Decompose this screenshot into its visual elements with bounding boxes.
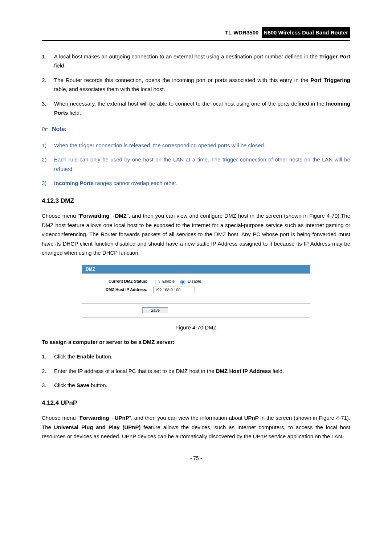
figure-caption: Figure 4-70 DMZ xyxy=(82,323,310,332)
intro-list: 1. A local host makes an outgoing connec… xyxy=(42,52,350,118)
note-text: When the trigger connection is released,… xyxy=(54,141,350,150)
upnp-paragraph: Choose menu "Forwarding→UPnP", and then … xyxy=(42,413,350,441)
list-number: 3. xyxy=(42,99,54,118)
list-text: When necessary, the external host will b… xyxy=(54,99,350,118)
step-text: Click the Save button. xyxy=(54,381,350,390)
list-number: 1) xyxy=(42,141,54,150)
step-text: Enter the IP address of a local PC that … xyxy=(54,366,350,376)
note-label: Note: xyxy=(52,124,67,134)
list-number: 3) xyxy=(42,178,54,188)
note-list: 1) When the trigger connection is releas… xyxy=(42,141,350,188)
dmz-ip-label: DMZ Host IP Address: xyxy=(93,287,153,292)
note-text: Incoming Ports ranges cannot overlap eac… xyxy=(54,178,350,188)
list-text: A local host makes an outgoing connectio… xyxy=(54,52,350,70)
list-text: The Router records this connection, open… xyxy=(54,75,350,94)
panel-title: DMZ xyxy=(82,265,310,274)
list-number: 3. xyxy=(42,381,54,390)
dmz-paragraph: Choose menu "Forwarding→DMZ", and then y… xyxy=(42,211,350,258)
list-number: 1. xyxy=(42,52,54,70)
divider xyxy=(82,303,310,304)
dmz-enable-radio[interactable] xyxy=(155,280,160,284)
list-number: 2. xyxy=(42,75,54,94)
page-number: - 75 - xyxy=(42,454,350,463)
dmz-disable-radio[interactable] xyxy=(180,280,185,284)
page-header: TL-WDR3500 N600 Wireless Dual Band Route… xyxy=(42,27,350,41)
section-heading-dmz: 4.12.3 DMZ xyxy=(42,196,350,206)
dmz-ip-input[interactable] xyxy=(153,287,195,293)
step-text: Click the Enable button. xyxy=(54,352,350,361)
save-button[interactable]: Save xyxy=(142,307,168,313)
device-model: TL-WDR3500 xyxy=(225,28,259,37)
enable-option-label: Enable xyxy=(162,279,175,284)
disable-option-label: Disable xyxy=(188,279,201,284)
device-title: N600 Wireless Dual Band Router xyxy=(262,27,350,38)
steps-list: 1. Click the Enable button. 2. Enter the… xyxy=(42,352,350,390)
dmz-status-label: Current DMZ Status: xyxy=(93,279,153,284)
note-text: Each rule can only be used by one host o… xyxy=(54,155,350,173)
note-heading: ☞ Note: xyxy=(42,123,350,135)
list-number: 2. xyxy=(42,366,54,376)
section-heading-upnp: 4.12.4 UPnP xyxy=(42,398,350,409)
assign-subheading: To assign a computer or server to be a D… xyxy=(42,337,350,347)
list-number: 2) xyxy=(42,155,54,173)
list-number: 1. xyxy=(42,352,54,361)
dmz-config-panel: DMZ Current DMZ Status: Enable Disable D… xyxy=(82,265,310,318)
hand-icon: ☞ xyxy=(42,123,48,135)
